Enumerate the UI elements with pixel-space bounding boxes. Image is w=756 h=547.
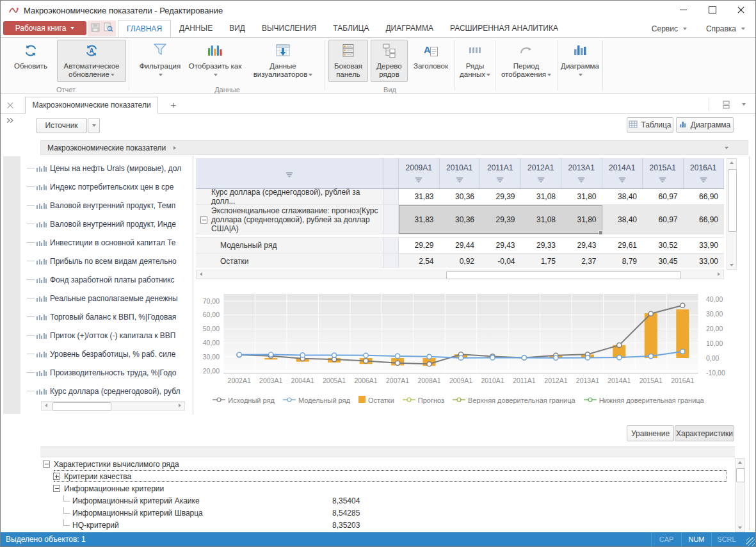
table-cell[interactable]: 29,39: [480, 205, 521, 234]
table-cell[interactable]: 66,90: [684, 205, 725, 234]
stats-row[interactable]: Информационный критерий Шварца8,54285: [40, 507, 735, 519]
row-header[interactable]: Остатки: [196, 254, 383, 268]
stats-row[interactable]: Информационные критерии: [40, 482, 735, 494]
ribbon-tab-главная[interactable]: ГЛАВНАЯ: [118, 20, 171, 37]
column-header-2011A1[interactable]: 2011A1: [480, 158, 521, 188]
visualizer-data-button[interactable]: Данные визуализаторов: [245, 40, 321, 82]
source-dropdown-button[interactable]: [88, 118, 100, 133]
table-cell[interactable]: 33,00: [684, 254, 725, 268]
table-cell[interactable]: -0,04: [480, 254, 521, 268]
table-cell[interactable]: 33,90: [684, 238, 725, 253]
collapsed-side-strip[interactable]: [3, 156, 20, 414]
filter-icon[interactable]: [618, 176, 625, 185]
table-view-button[interactable]: Таблица: [627, 117, 673, 133]
table-cell[interactable]: 1,75: [521, 254, 562, 268]
workbook-menu-button[interactable]: Рабочая книга: [3, 21, 86, 35]
table-cell[interactable]: 2,37: [561, 254, 602, 268]
stats-row[interactable]: Информационный критерий Акаике8,35404: [40, 494, 735, 507]
preview-icon[interactable]: [103, 22, 113, 35]
collapse-expander-icon[interactable]: [200, 216, 207, 224]
data-series-button[interactable]: Ряды данных: [457, 40, 493, 82]
table-cell[interactable]: 29,29: [399, 238, 440, 253]
filter-icon[interactable]: [537, 176, 544, 185]
table-cell[interactable]: 31,80: [561, 205, 602, 234]
close-button[interactable]: [727, 1, 755, 19]
tree-item[interactable]: Курс доллара (среднегодовой), рубл: [23, 382, 193, 400]
tree-item[interactable]: Валовой внутренний продукт, Инде: [23, 215, 193, 233]
expand-expander-icon[interactable]: [53, 473, 60, 480]
tree-item[interactable]: Уровень безработицы, % раб. силе: [23, 345, 193, 363]
table-cell[interactable]: 30,45: [643, 254, 684, 268]
tree-horizontal-scrollbar[interactable]: [41, 401, 185, 411]
column-header-2013A1[interactable]: 2013A1: [561, 158, 602, 188]
ribbon-tab-вид[interactable]: ВИД: [221, 20, 253, 37]
service-menu[interactable]: Сервис: [652, 24, 687, 33]
collapse-expander-icon[interactable]: [53, 485, 60, 492]
series-tree-button[interactable]: Дерево рядов: [371, 40, 408, 82]
save-icon[interactable]: [90, 22, 101, 35]
tree-item[interactable]: Прибыль по всем видам деятельно: [23, 252, 193, 270]
tree-item[interactable]: Производительность труда, %|Годо: [23, 363, 193, 382]
column-header-2009A1[interactable]: 2009A1: [399, 158, 440, 188]
filter-icon[interactable]: [497, 176, 504, 185]
filter-icon[interactable]: [578, 176, 585, 185]
table-cell[interactable]: 0,92: [440, 254, 481, 268]
document-tab[interactable]: Макроэкономические показатели: [25, 97, 158, 114]
ribbon-tab-данные[interactable]: ДАННЫЕ: [171, 20, 221, 37]
table-cell[interactable]: 66,90: [684, 189, 725, 204]
table-horizontal-scrollbar[interactable]: [196, 270, 724, 279]
row-header[interactable]: Модельный ряд: [196, 238, 383, 253]
table-cell[interactable]: 60,97: [643, 189, 684, 204]
resize-grip-icon[interactable]: [746, 537, 755, 546]
table-cell[interactable]: 29,43: [480, 238, 521, 253]
tree-item[interactable]: Приток (+)/отток (-) капитала к ВВП: [23, 326, 193, 345]
table-cell[interactable]: 8,79: [602, 254, 643, 268]
table-corner-header[interactable]: [196, 158, 383, 188]
window-layout-icon[interactable]: [721, 100, 731, 111]
table-cell[interactable]: 29,44: [440, 238, 481, 253]
column-header-2010A1[interactable]: 2010A1: [440, 158, 481, 188]
source-button[interactable]: Источник: [36, 118, 87, 133]
filter-icon[interactable]: [700, 176, 707, 185]
table-cell[interactable]: 2,54: [399, 254, 440, 268]
display-period-button[interactable]: Период отображения: [497, 40, 555, 82]
tree-item[interactable]: Торговый баланс к ВВП, %|Годовая: [23, 307, 193, 326]
table-cell[interactable]: 29,61: [602, 238, 643, 253]
filter-icon[interactable]: [659, 176, 666, 185]
table-cell[interactable]: 30,36: [440, 189, 481, 204]
tree-item[interactable]: Валовой внутренний продукт, Темп: [23, 196, 193, 215]
collapse-expander-icon[interactable]: [43, 461, 50, 468]
new-tab-button[interactable]: +: [166, 98, 181, 112]
table-cell[interactable]: 60,97: [643, 205, 684, 234]
breadcrumb[interactable]: Макроэкономические показатели: [40, 140, 748, 155]
tree-item[interactable]: Инвестиции в основной капитал Те: [23, 233, 193, 252]
table-cell[interactable]: 31,83: [399, 205, 440, 234]
table-cell[interactable]: 38,40: [602, 189, 643, 204]
stats-row[interactable]: HQ-критерий8,35203: [40, 519, 735, 531]
row-header[interactable]: Экспоненциальное сглаживание: прогноз(Ку…: [196, 205, 383, 234]
chevron-down-icon[interactable]: [742, 103, 746, 106]
tree-item[interactable]: Реальные располагаемые денежны: [23, 289, 193, 307]
filter-icon[interactable]: [286, 171, 293, 180]
chevron-down-icon[interactable]: [725, 147, 728, 149]
help-menu[interactable]: Справка: [706, 24, 745, 33]
chart-ribbon-button[interactable]: Диаграмма: [560, 40, 600, 82]
table-cell[interactable]: 31,08: [521, 205, 562, 234]
column-header-2012A1[interactable]: 2012A1: [521, 158, 562, 188]
close-document-icon[interactable]: [7, 101, 13, 110]
tree-item[interactable]: Цены на нефть Urals (мировые), дол: [23, 159, 193, 177]
filter-icon[interactable]: [415, 176, 422, 185]
filter-button[interactable]: Фильтрация: [135, 40, 185, 82]
table-cell[interactable]: 38,40: [602, 205, 643, 234]
ribbon-tab-вычисления[interactable]: ВЫЧИСЛЕНИЯ: [253, 20, 325, 37]
table-cell[interactable]: 31,80: [561, 189, 602, 204]
chart-view-button[interactable]: Диаграмма: [676, 117, 734, 133]
stats-row[interactable]: Характеристики вычислимого ряда: [40, 458, 735, 470]
table-cell[interactable]: 29,43: [561, 238, 602, 253]
auto-refresh-button[interactable]: A Автоматическое обновление: [57, 40, 126, 82]
tree-item[interactable]: Фонд заработной платы работникс: [23, 270, 193, 289]
title-button[interactable]: A Заголовок: [410, 40, 451, 82]
filter-icon[interactable]: [456, 176, 463, 185]
ribbon-tab-таблица[interactable]: ТАБЛИЦА: [325, 20, 377, 37]
characteristics-button[interactable]: Характеристики: [675, 425, 734, 441]
